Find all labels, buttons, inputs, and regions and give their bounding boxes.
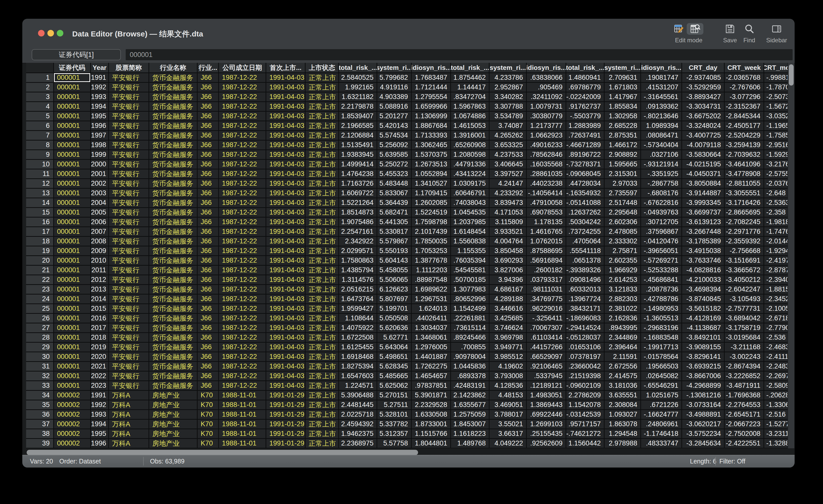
cell[interactable]: J66 [198,73,218,82]
cell[interactable]: 5.256092 [377,141,411,150]
cell[interactable]: .09139362 [641,102,681,111]
cell[interactable]: 1991-04-03 [266,333,305,342]
cell[interactable]: -.3351925 [641,170,681,178]
cell[interactable]: 1987-12-22 [219,92,266,101]
cell[interactable]: .98111031 [527,285,565,294]
cell[interactable]: -.5503779 [566,112,604,120]
cell[interactable]: J66 [198,266,218,275]
cell[interactable]: 1.6330508 [412,410,450,419]
cell[interactable]: 1991-04-03 [266,352,305,361]
cell[interactable]: 5.574534 [377,131,411,140]
cell[interactable]: 正常上市 [306,429,338,438]
cell[interactable]: 正常上市 [306,294,338,303]
cell[interactable]: -3.4988891 [682,410,724,419]
cell[interactable]: J66 [198,275,218,284]
cell[interactable]: .76035394 [451,256,489,265]
cell[interactable]: 1.0454535 [451,208,489,217]
cell[interactable]: 平安银行 [109,208,149,217]
cell[interactable]: -3.5615182 [682,304,724,313]
cell[interactable]: 2.672556 [605,362,640,371]
cell[interactable]: -.3256411 [527,314,565,323]
cell[interactable]: 1987-12-22 [219,131,266,140]
cell[interactable]: -2.4505177 [725,121,764,130]
cell[interactable]: 平安银行 [109,237,149,246]
cell[interactable]: 正常上市 [306,304,338,313]
cell[interactable]: 3.340282 [490,92,526,101]
cell[interactable]: -3.4915038 [682,246,724,255]
cell[interactable]: 1.6989622 [412,285,450,294]
cell[interactable]: -2.4222551 [725,439,764,448]
cell[interactable]: 2004 [91,198,108,207]
cell[interactable]: 1.8539407 [339,112,376,120]
cell[interactable]: .80652996 [451,294,489,303]
cell[interactable]: -.31645561 [641,92,681,101]
cell[interactable]: .63838066 [527,73,565,82]
cell[interactable]: 2.978988 [605,439,640,448]
cell[interactable]: 正常上市 [306,150,338,159]
cell[interactable]: 5.628345 [377,362,411,371]
cell[interactable]: 1.3869443 [527,401,565,409]
cell[interactable]: 货币金融服务 [149,92,197,101]
cell[interactable]: -2.7082245 [725,218,764,226]
cell[interactable]: 1987-12-22 [219,189,266,198]
cell[interactable]: 1.966929 [605,266,640,275]
cell[interactable]: -1.5672 [764,102,788,111]
cell[interactable]: 2.735597 [605,189,640,198]
cell[interactable]: 1991-04-03 [266,285,305,294]
cell[interactable]: 1.5967863 [451,102,489,111]
cell[interactable]: 1.992165 [339,83,376,92]
cell[interactable]: 1.0674886 [451,112,489,120]
cell[interactable]: -2.3152367 [725,102,764,111]
cell[interactable]: -4.2968899 [682,381,724,390]
cell[interactable]: 1987-12-22 [219,275,266,284]
cell[interactable]: -3.6894042 [725,314,764,323]
cell[interactable]: 1.3077983 [451,285,489,294]
cell[interactable]: -3.3665672 [725,266,764,275]
cell[interactable]: J66 [198,102,218,111]
cell[interactable]: 5.483448 [377,179,411,188]
cell[interactable]: .92562609 [527,439,565,448]
cell[interactable]: 1988-11-01 [219,420,266,429]
cell[interactable]: 5.199701 [377,304,411,313]
cell[interactable]: -.13081216 [682,391,724,400]
horizontal-scrollbar-thumb[interactable] [27,450,418,455]
cell[interactable]: .8943995 [605,323,640,332]
cell[interactable]: -1.9818 [764,218,788,226]
cell[interactable]: 000002 [54,439,90,448]
cell[interactable]: .87588695 [527,246,565,255]
cell[interactable]: -.01578564 [641,352,681,361]
cell[interactable]: J66 [198,131,218,140]
cell[interactable]: -.74621272 [566,429,604,438]
cell[interactable]: 1992 [91,83,108,92]
cell[interactable]: 平安银行 [109,189,149,198]
cell[interactable]: 000001 [54,131,90,140]
cell[interactable]: 1.5221264 [339,198,376,207]
cell[interactable]: .34769775 [527,294,565,303]
cell[interactable]: 1.1709415 [412,189,450,198]
cell[interactable]: .48333747 [641,439,681,448]
cell[interactable]: .73724255 [566,227,604,236]
cell[interactable]: -.57269271 [641,256,681,265]
cell[interactable]: 2.97033 [605,179,640,188]
row-number[interactable]: 36 [26,410,53,419]
cell[interactable]: 5.27511 [377,401,411,409]
cell[interactable]: 2015 [91,304,108,313]
cell[interactable]: 房地产业 [149,420,197,429]
cell[interactable]: 5.455323 [377,170,411,178]
cell[interactable]: 5.088916 [377,102,411,111]
cell[interactable]: 1.5224519 [412,208,450,217]
cell[interactable]: 1.2080598 [451,150,489,159]
cell[interactable]: -2.4683 [764,343,788,351]
cell[interactable]: 正常上市 [306,314,338,323]
cell[interactable]: 正常上市 [306,266,338,275]
row-number[interactable]: 9 [26,150,53,159]
cell[interactable]: 2005 [91,208,108,217]
cell[interactable]: .19081747 [641,73,681,82]
cell[interactable]: 2.381022 [605,304,640,313]
cell[interactable]: 货币金融服务 [149,314,197,323]
cell[interactable]: -1.5929 [764,150,788,159]
cell[interactable]: 2.1423862 [451,391,489,400]
cell[interactable]: 2.2368975 [339,439,376,448]
cell[interactable]: -.57340404 [641,141,681,150]
row-number[interactable]: 34 [26,391,53,400]
